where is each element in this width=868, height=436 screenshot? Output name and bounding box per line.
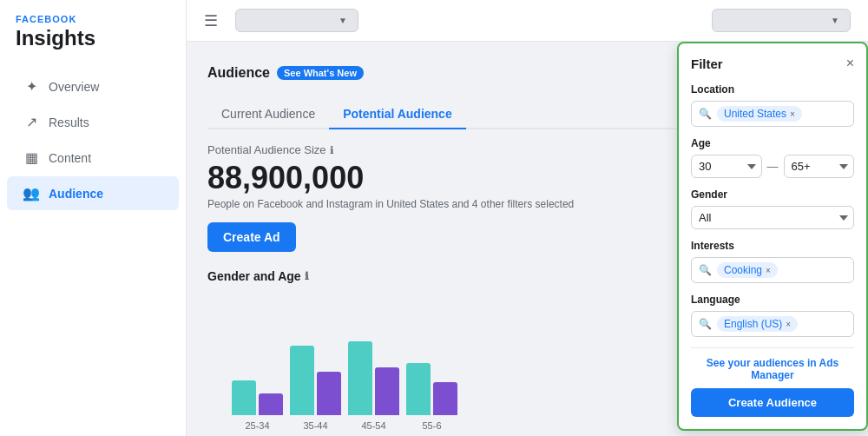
bar-men-45-54 bbox=[375, 367, 399, 415]
filter-interests-section: Interests 🔍 Cooking × bbox=[691, 240, 854, 283]
location-tag: United States × bbox=[717, 106, 802, 122]
results-icon: ↗ bbox=[23, 114, 40, 130]
language-tag: English (US) × bbox=[717, 316, 798, 332]
x-label-45-54: 45-54 bbox=[348, 420, 399, 431]
info-icon: ℹ bbox=[330, 144, 334, 156]
overview-icon: ✦ bbox=[23, 78, 40, 95]
sidebar-item-overview[interactable]: ✦ Overview bbox=[7, 69, 179, 103]
filter-location-label: Location bbox=[691, 83, 854, 96]
bar-group-45-54 bbox=[348, 341, 399, 415]
filter-location-section: Location 🔍 United States × bbox=[691, 83, 854, 127]
page-area: Audience See What's New ⚙ Filter ⬇ Expor… bbox=[187, 42, 868, 436]
bar-group-35-44 bbox=[290, 346, 341, 415]
filter-close-button[interactable]: × bbox=[846, 56, 854, 71]
x-label-35-44: 35-44 bbox=[290, 420, 341, 431]
tab-potential-audience[interactable]: Potential Audience bbox=[329, 100, 466, 129]
age-from-select[interactable]: 30 bbox=[691, 155, 762, 178]
sidebar-item-content[interactable]: ▦ Content bbox=[7, 141, 179, 175]
interests-search-icon: 🔍 bbox=[699, 264, 712, 276]
page-select-value bbox=[247, 17, 333, 25]
filter-panel-title: Filter bbox=[691, 56, 723, 71]
create-ad-button[interactable]: Create Ad bbox=[207, 222, 296, 252]
x-axis-labels: 25-34 35-44 45-54 55-6 bbox=[207, 420, 457, 431]
pages-filter-value bbox=[723, 17, 825, 25]
insights-title: Insights bbox=[16, 26, 170, 50]
language-tag-remove[interactable]: × bbox=[786, 320, 791, 329]
audience-icon: 👥 bbox=[23, 185, 40, 201]
sidebar: FACEBOOK Insights ✦ Overview ↗ Results ▦… bbox=[0, 0, 187, 436]
filter-interests-input[interactable]: 🔍 Cooking × bbox=[691, 257, 854, 283]
pages-filter-chevron: ▼ bbox=[831, 16, 839, 25]
bar-women-25-34 bbox=[232, 380, 256, 415]
filter-language-label: Language bbox=[691, 294, 854, 306]
x-label-25-34: 25-34 bbox=[232, 420, 283, 431]
see-whats-new-badge[interactable]: See What's New bbox=[277, 66, 364, 80]
bar-women-45-54 bbox=[348, 341, 372, 415]
interests-tag: Cooking × bbox=[717, 262, 778, 278]
age-dash: — bbox=[767, 160, 779, 173]
filter-age-section: Age 30 — 65+ bbox=[691, 137, 854, 178]
filter-age-row: 30 — 65+ bbox=[691, 155, 854, 178]
bar-men-35-44 bbox=[317, 372, 341, 415]
main-content: ☰ ▼ ▼ Audience See What's New ⚙ Filter ⬇ bbox=[187, 0, 868, 436]
filter-language-input[interactable]: 🔍 English (US) × bbox=[691, 311, 854, 337]
page-select[interactable]: ▼ bbox=[235, 9, 358, 32]
audience-heading: Audience bbox=[207, 65, 270, 81]
language-search-icon: 🔍 bbox=[699, 318, 712, 330]
sidebar-item-content-label: Content bbox=[49, 151, 91, 165]
filter-age-label: Age bbox=[691, 137, 854, 149]
location-search-icon: 🔍 bbox=[699, 108, 712, 120]
sidebar-item-results[interactable]: ↗ Results bbox=[7, 105, 179, 139]
pages-filter-select[interactable]: ▼ bbox=[712, 9, 851, 32]
filter-gender-section: Gender All Men Women bbox=[691, 188, 854, 229]
location-tag-remove[interactable]: × bbox=[790, 109, 795, 119]
sidebar-item-audience[interactable]: 👥 Audience bbox=[7, 176, 179, 210]
bar-group-25-34 bbox=[232, 380, 283, 415]
filter-gender-label: Gender bbox=[691, 188, 854, 201]
bar-men-55-6 bbox=[433, 382, 457, 415]
x-label-55-6: 55-6 bbox=[406, 420, 457, 431]
sidebar-item-audience-label: Audience bbox=[49, 187, 103, 201]
filter-panel-header: Filter × bbox=[691, 56, 854, 71]
top-bar: ☰ ▼ ▼ bbox=[187, 0, 868, 42]
create-audience-button[interactable]: Create Audience bbox=[691, 388, 854, 417]
bar-women-55-6 bbox=[406, 363, 431, 415]
see-audiences-link[interactable]: See your audiences in Ads Manager bbox=[691, 357, 854, 381]
filter-panel: Filter × Location 🔍 United States × Age bbox=[677, 42, 868, 431]
sidebar-nav: ✦ Overview ↗ Results ▦ Content 👥 Audienc… bbox=[0, 68, 186, 212]
sidebar-brand: FACEBOOK Insights bbox=[0, 0, 186, 54]
bar-men-25-34 bbox=[259, 393, 283, 415]
audience-title-group: Audience See What's New bbox=[207, 65, 364, 81]
page-select-chevron: ▼ bbox=[339, 16, 347, 25]
filter-location-input[interactable]: 🔍 United States × bbox=[691, 101, 854, 127]
tab-current-audience[interactable]: Current Audience bbox=[207, 100, 329, 129]
age-to-select[interactable]: 65+ bbox=[784, 155, 855, 178]
filter-interests-label: Interests bbox=[691, 240, 854, 252]
bar-chart bbox=[207, 294, 457, 415]
sidebar-item-overview-label: Overview bbox=[49, 80, 99, 94]
content-icon: ▦ bbox=[23, 149, 40, 166]
chart-info-icon: ℹ bbox=[305, 270, 309, 282]
hamburger-icon[interactable]: ☰ bbox=[204, 11, 218, 30]
bar-group-55-6 bbox=[406, 363, 457, 415]
brand-name: FACEBOOK bbox=[16, 14, 170, 24]
bar-women-35-44 bbox=[290, 346, 314, 415]
sidebar-item-results-label: Results bbox=[49, 116, 89, 129]
filter-actions: See your audiences in Ads Manager Create… bbox=[691, 347, 854, 417]
filter-language-section: Language 🔍 English (US) × bbox=[691, 294, 854, 337]
gender-select[interactable]: All Men Women bbox=[691, 206, 854, 229]
interests-tag-remove[interactable]: × bbox=[766, 266, 771, 275]
